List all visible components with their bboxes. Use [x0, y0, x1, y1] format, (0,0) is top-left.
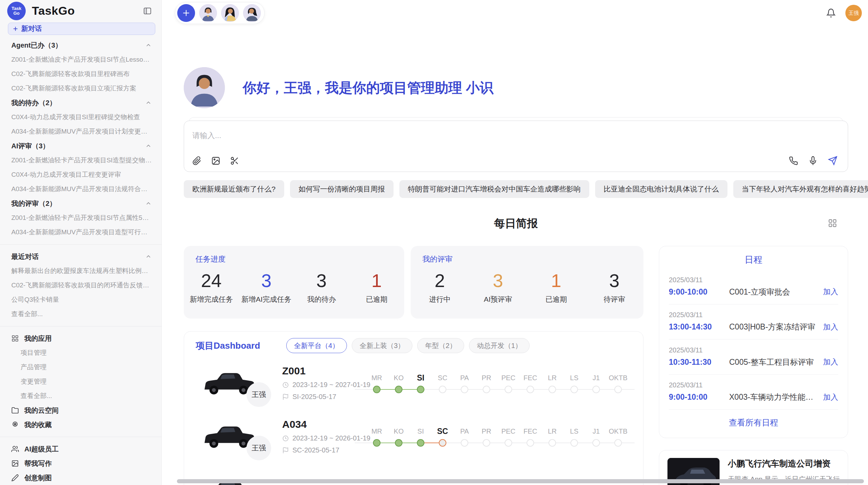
phone-call-icon[interactable] [789, 156, 798, 165]
chevron-up-icon[interactable] [145, 200, 152, 207]
message-input[interactable] [192, 131, 840, 140]
milestone-dot [592, 439, 600, 447]
section-my-todo[interactable]: 我的待办（2） [0, 96, 161, 110]
list-item[interactable]: 公司Q3轻卡销量 [0, 293, 161, 307]
sidebar-item-help-write[interactable]: 帮我写作 [0, 456, 161, 471]
section-recent-chats[interactable]: 最近对话 [0, 249, 161, 264]
clock-icon [282, 435, 289, 442]
sidebar-item-my-apps[interactable]: 我的应用 [0, 331, 161, 346]
new-chat-label: 新对话 [21, 24, 42, 33]
schedule-event: 2025/03/11 10:30-11:30 C005-整车工程目标评审 加入 [669, 339, 838, 375]
list-item[interactable]: 解释最新出台的欧盟报废车法规再生塑料比例被调至15%... [0, 264, 161, 278]
suggestion-chip[interactable]: 特朗普可能对进口汽车增税会对中国车企造成哪些影响 [399, 180, 589, 198]
tab-platform[interactable]: 全新平台（4） [286, 338, 347, 353]
stat: 24 新增完成任务 [184, 270, 239, 304]
users-icon [11, 445, 19, 453]
join-button[interactable]: 加入 [823, 322, 838, 332]
list-item[interactable]: C02-飞腾新能源轻客改款项目立项汇报方案 [0, 81, 161, 96]
suggestion-chip[interactable]: 比亚迪全固态电池计划具体说了什么 [595, 180, 727, 198]
milestone-dot [483, 439, 490, 447]
project-row[interactable]: 王强 Z001 2023-12-19 ~ 2027-01-19 SI-2025-… [196, 359, 631, 407]
list-item[interactable]: Z001-全新燃油轻卡产品开发项目SI造型提交物评审 [0, 153, 161, 167]
microphone-icon[interactable] [808, 156, 818, 165]
view-all-schedule[interactable]: 查看所有日程 [669, 410, 838, 432]
layout-grid-icon[interactable] [828, 219, 837, 228]
send-icon[interactable] [828, 156, 837, 165]
list-item[interactable]: A034-全新新能源MUV产品开发项目造型可行性评审 [0, 225, 161, 239]
milestone: MR [366, 426, 388, 447]
stat: 3 新增AI完成任务 [239, 270, 294, 304]
sidebar-item-change-mgmt[interactable]: 变更管理 [0, 374, 161, 389]
join-button[interactable]: 加入 [823, 287, 838, 297]
project-row[interactable]: 王强 A034 2023-12-19 ~ 2026-01-19 SC-2025-… [196, 412, 631, 460]
milestone-dot [439, 439, 446, 447]
stats-row: 任务进度 24 新增完成任务 3 新增AI完成任务 3 [184, 246, 643, 319]
milestone-dot [527, 386, 534, 393]
list-item[interactable]: A034-全新新能源MUV产品开发项目法规符合性评审 [0, 182, 161, 196]
app-grid-icon [11, 335, 19, 342]
suggestion-chip[interactable]: 欧洲新规最近颁布了什么? [184, 180, 284, 198]
section-title: Agent已办（3） [11, 41, 62, 50]
view-all-apps[interactable]: 查看全部... [0, 389, 161, 403]
tab-year-model[interactable]: 年型（2） [417, 338, 464, 353]
milestone-dot [417, 386, 424, 393]
task-progress-card: 任务进度 24 新增完成任务 3 新增AI完成任务 3 [184, 246, 404, 319]
list-item[interactable]: C02-飞腾新能源轻客改款项目里程碑画布 [0, 67, 161, 81]
divider [0, 326, 161, 326]
sidebar-item-favorites[interactable]: 我的收藏 [0, 418, 161, 432]
milestone: PA [454, 373, 475, 393]
chevron-up-icon[interactable] [145, 99, 152, 106]
project-code: A034 [282, 419, 366, 430]
tab-powertrain[interactable]: 动总开发（1） [469, 338, 530, 353]
list-item[interactable]: C02-飞腾新能源轻客改款项目的闭环通告反馈情况 [0, 278, 161, 293]
sidebar-item-creative-draw[interactable]: 创意制图 [0, 471, 161, 485]
schedule-event: 2025/03/11 13:00-14:30 C003|H0B-方案冻结评审 加… [669, 304, 838, 340]
milestone: SI [410, 373, 432, 393]
sidebar-collapse-icon[interactable] [143, 7, 152, 15]
sidebar-item-project-mgmt[interactable]: 项目管理 [0, 346, 161, 360]
sidebar-item-product-mgmt[interactable]: 产品管理 [0, 360, 161, 374]
list-item[interactable]: Z001-全新燃油轻卡产品开发项目SI节点属性5D文件评审 [0, 211, 161, 225]
sidebar-item-cloud-space[interactable]: 我的云空间 [0, 403, 161, 418]
scissors-icon[interactable] [230, 156, 239, 165]
section-title: 我的评审（2） [11, 199, 56, 208]
tab-upfit[interactable]: 全新上装（3） [352, 338, 412, 353]
suggestion-chip[interactable]: 当下年轻人对汽车外观有怎样的喜好趋势 [733, 180, 868, 198]
join-button[interactable]: 加入 [823, 357, 838, 367]
agent-avatar-2[interactable] [221, 4, 239, 22]
add-agent-button[interactable] [177, 4, 195, 22]
user-avatar[interactable]: 王强 [845, 5, 862, 21]
stat: 1 已逾期 [349, 270, 404, 304]
taskgo-logo: Task Go [7, 2, 26, 20]
milestone: J1 [585, 373, 607, 393]
horizontal-scrollbar[interactable] [177, 479, 864, 483]
list-item[interactable]: C0X4-动力总成开发项目SI里程碑提交物检查 [0, 110, 161, 124]
chevron-up-icon[interactable] [145, 142, 152, 149]
suggestion-chip[interactable]: 如何写一份清晰的项目周报 [290, 180, 394, 198]
notification-bell-icon[interactable] [826, 8, 836, 18]
agent-avatar-3[interactable] [243, 4, 261, 22]
attachment-icon[interactable] [192, 156, 202, 165]
chevron-up-icon[interactable] [145, 253, 152, 260]
main-area: 王强 你好，王强，我是你的项目管理助理 小识 [162, 0, 868, 485]
new-chat-button[interactable]: + 新对话 [8, 23, 155, 35]
chevron-up-icon[interactable] [145, 42, 152, 49]
milestone-dot [439, 386, 446, 393]
section-ai-review[interactable]: AI评审（3） [0, 139, 161, 153]
view-all-recent[interactable]: 查看全部... [0, 307, 161, 321]
stat: 2 进行中 [411, 270, 469, 304]
milestone-dot [483, 386, 490, 393]
join-button[interactable]: 加入 [823, 392, 838, 402]
section-my-review[interactable]: 我的评审（2） [0, 196, 161, 211]
daily-briefing-title: 每日简报 [184, 216, 848, 230]
sidebar-item-ai-employee[interactable]: AI超级员工 [0, 442, 161, 456]
list-item[interactable]: Z001-全新燃油皮卡产品开发项目SI节点Lesson Learn报告 [0, 52, 161, 67]
app-title: TaskGo [32, 4, 75, 17]
list-item[interactable]: C0X4-动力总成开发项目工程变更评审 [0, 167, 161, 182]
section-agent-done[interactable]: Agent已办（3） [0, 38, 161, 52]
agent-avatar-1[interactable] [199, 4, 217, 22]
milestone-dot [395, 439, 402, 447]
milestone: SI [410, 426, 432, 447]
list-item[interactable]: A034-全新新能源MUV产品开发项目计划变更表编写 [0, 124, 161, 139]
image-upload-icon[interactable] [211, 156, 220, 165]
